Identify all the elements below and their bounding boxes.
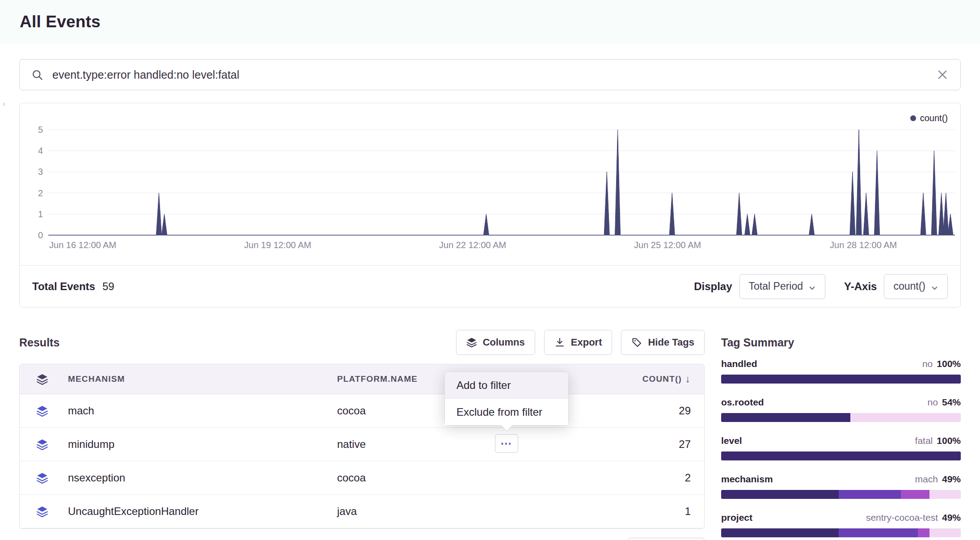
tag-entry-head: os.rooted no 54% bbox=[721, 397, 961, 410]
display-select-value: Total Period bbox=[749, 280, 803, 292]
x-tick-label: Jun 28 12:00 AM bbox=[830, 240, 897, 250]
clear-search-icon[interactable] bbox=[936, 68, 949, 81]
count-cell: 1 bbox=[606, 505, 704, 518]
tag-name: handled bbox=[721, 359, 757, 369]
chevron-down-icon bbox=[808, 283, 816, 290]
column-header-stack[interactable] bbox=[20, 373, 64, 385]
x-tick-label: Jun 19 12:00 AM bbox=[244, 240, 311, 250]
tag-entry: level fatal 100% bbox=[721, 435, 961, 460]
tag-bar-segment bbox=[929, 490, 961, 499]
tag-value-label: no bbox=[922, 359, 933, 369]
total-events-label: Total Events bbox=[32, 280, 95, 293]
count-header-label: COUNT() bbox=[642, 374, 682, 384]
export-button[interactable]: Export bbox=[544, 330, 612, 355]
layers-icon bbox=[36, 373, 48, 385]
tag-distribution-bar[interactable] bbox=[721, 375, 961, 384]
column-header-count[interactable]: COUNT() ↓ bbox=[606, 373, 704, 385]
tag-distribution-bar[interactable] bbox=[721, 413, 961, 422]
total-events: Total Events 59 bbox=[32, 280, 114, 293]
hide-tags-button[interactable]: Hide Tags bbox=[621, 330, 705, 355]
tag-bar-segment bbox=[901, 490, 929, 499]
y-tick-label: 4 bbox=[20, 144, 43, 157]
legend-label: count() bbox=[920, 113, 948, 123]
cell-actions-menu: Add to filter Exclude from filter bbox=[444, 371, 569, 426]
events-chart-panel: count() 012345 Jun 16 12:00 AMJun 19 12:… bbox=[19, 103, 961, 308]
table-row[interactable]: mach cocoa 29 bbox=[20, 394, 704, 428]
tag-bar-segment bbox=[721, 413, 850, 422]
page-header: All Events bbox=[0, 0, 980, 44]
tag-summary-heading: Tag Summary bbox=[721, 330, 961, 355]
tag-bar-segment bbox=[839, 528, 918, 537]
tag-bar-segment bbox=[721, 528, 839, 537]
tag-value-percent: 49% bbox=[942, 474, 961, 485]
y-tick-label: 1 bbox=[20, 208, 43, 220]
chevron-down-icon bbox=[931, 283, 938, 290]
results-column: Results Columns Export Hide Tags bbox=[19, 330, 705, 540]
hide-tags-button-label: Hide Tags bbox=[648, 337, 694, 348]
page-title: All Events bbox=[20, 13, 101, 31]
mechanism-cell[interactable]: mach bbox=[64, 405, 337, 417]
pagination-button[interactable] bbox=[628, 538, 705, 540]
results-and-tags: Results Columns Export Hide Tags bbox=[19, 330, 961, 540]
results-toolbar: Columns Export Hide Tags bbox=[456, 330, 705, 355]
tag-top-value: mach 49% bbox=[915, 474, 961, 485]
yaxis-select[interactable]: count() bbox=[884, 274, 948, 299]
tag-bar-segment bbox=[721, 451, 961, 460]
platform-cell[interactable]: native bbox=[337, 438, 606, 451]
layers-icon bbox=[466, 337, 477, 348]
yaxis-label: Y-Axis bbox=[844, 280, 877, 293]
chart-plot-area bbox=[48, 129, 955, 236]
search-input[interactable] bbox=[51, 68, 934, 82]
all-events-page: All Events ‹ count() 012345 Jun 16 12:00… bbox=[0, 0, 980, 540]
display-label: Display bbox=[694, 280, 732, 293]
page-content: count() 012345 Jun 16 12:00 AMJun 19 12:… bbox=[0, 59, 980, 540]
table-row[interactable]: UncaughtExceptionHandler java 1 bbox=[20, 495, 704, 528]
tag-top-value: no 100% bbox=[922, 359, 961, 369]
tag-distribution-bar[interactable] bbox=[721, 490, 961, 499]
total-events-value: 59 bbox=[102, 280, 114, 293]
tag-entry: project sentry-cocoa-test 49% bbox=[721, 512, 961, 537]
mechanism-cell[interactable]: UncaughtExceptionHandler bbox=[64, 505, 337, 518]
events-area-chart bbox=[48, 129, 955, 236]
tag-entry: os.rooted no 54% bbox=[721, 397, 961, 422]
x-tick-label: Jun 25 12:00 AM bbox=[634, 240, 701, 250]
tag-bar-segment bbox=[839, 490, 901, 499]
tag-entry-head: mechanism mach 49% bbox=[721, 474, 961, 487]
mechanism-cell[interactable]: nsexception bbox=[64, 472, 337, 484]
display-select[interactable]: Total Period bbox=[739, 274, 825, 299]
tag-bar-segment bbox=[918, 528, 930, 537]
tag-distribution-bar[interactable] bbox=[721, 528, 961, 537]
platform-cell[interactable]: cocoa bbox=[337, 472, 606, 484]
search-bar[interactable] bbox=[19, 59, 961, 90]
table-header-row: MECHANISM PLATFORM.NAME COUNT() ↓ bbox=[20, 364, 704, 394]
tag-value-percent: 49% bbox=[942, 512, 961, 523]
sort-desc-icon: ↓ bbox=[685, 373, 691, 385]
tag-value-label: sentry-cocoa-test bbox=[866, 512, 938, 523]
tag-value-label: fatal bbox=[915, 435, 933, 446]
tag-top-value: fatal 100% bbox=[915, 435, 961, 446]
x-axis-labels: Jun 16 12:00 AMJun 19 12:00 AMJun 22 12:… bbox=[48, 240, 955, 253]
tag-name: os.rooted bbox=[721, 397, 764, 408]
count-cell: 29 bbox=[606, 405, 704, 417]
export-button-label: Export bbox=[571, 337, 602, 348]
layers-icon bbox=[36, 506, 48, 518]
tag-entry-head: handled no 100% bbox=[721, 359, 961, 372]
mechanism-cell[interactable]: minidump bbox=[64, 438, 337, 451]
chart-footer: Total Events 59 Display Total Period Y-A… bbox=[20, 265, 960, 307]
table-row[interactable]: nsexception cocoa 2 bbox=[20, 461, 704, 495]
tag-distribution-bar[interactable] bbox=[721, 451, 961, 460]
tag-name: project bbox=[721, 512, 752, 523]
y-tick-label: 2 bbox=[20, 187, 43, 199]
layers-icon bbox=[36, 405, 48, 417]
menu-item-add-to-filter[interactable]: Add to filter bbox=[445, 372, 568, 399]
tag-value-percent: 100% bbox=[937, 435, 961, 446]
count-cell: 27 bbox=[606, 438, 704, 451]
column-header-mechanism[interactable]: MECHANISM bbox=[64, 374, 337, 384]
tag-summary: Tag Summary handled no 100% bbox=[721, 330, 961, 540]
tag-entry: handled no 100% bbox=[721, 359, 961, 384]
tag-icon bbox=[631, 337, 642, 348]
platform-cell[interactable]: java bbox=[337, 505, 606, 518]
columns-button[interactable]: Columns bbox=[456, 330, 535, 355]
table-row[interactable]: minidump native 27 bbox=[20, 428, 704, 461]
cell-actions-button[interactable]: ⋯ bbox=[495, 434, 518, 453]
